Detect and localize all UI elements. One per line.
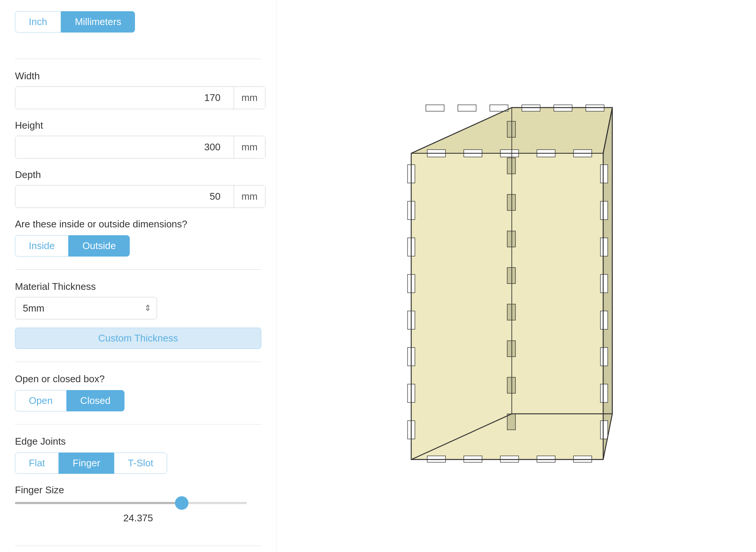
- slider-track: [15, 502, 247, 504]
- slider-fill: [15, 502, 182, 504]
- depth-label: Depth: [15, 169, 261, 181]
- svg-rect-32: [507, 158, 516, 174]
- svg-rect-29: [554, 105, 572, 111]
- right-panel: [277, 0, 756, 552]
- height-label: Height: [15, 120, 261, 131]
- inside-button[interactable]: Inside: [15, 235, 68, 257]
- dimension-type-question: Are these inside or outside dimensions?: [15, 218, 261, 230]
- depth-input[interactable]: [15, 185, 234, 208]
- material-select[interactable]: 3mm 4mm 5mm 6mm 9mm 12mm Custom: [15, 297, 157, 319]
- svg-rect-37: [507, 341, 516, 357]
- unit-toggle: Inch Millimeters: [15, 11, 261, 33]
- depth-field-group: mm: [15, 185, 265, 208]
- height-input[interactable]: [15, 136, 234, 158]
- svg-rect-38: [507, 377, 516, 393]
- depth-unit: mm: [234, 185, 265, 208]
- outside-button[interactable]: Outside: [68, 235, 130, 257]
- left-panel: Inch Millimeters Width mm Height mm Dept…: [0, 0, 277, 552]
- box-3d-visualization: [348, 94, 685, 505]
- svg-rect-34: [507, 231, 516, 247]
- tslot-button[interactable]: T-Slot: [114, 453, 167, 474]
- open-button[interactable]: Open: [15, 390, 67, 411]
- box-type-toggle: Open Closed: [15, 390, 261, 411]
- width-input[interactable]: [15, 87, 234, 109]
- box-type-question: Open or closed box?: [15, 373, 261, 385]
- svg-rect-36: [507, 304, 516, 320]
- divider-2: [15, 269, 261, 270]
- divider-4: [15, 424, 261, 424]
- dimension-type-toggle: Inside Outside: [15, 235, 261, 257]
- height-field-group: mm: [15, 136, 265, 159]
- svg-rect-28: [522, 105, 540, 111]
- material-select-wrapper: 3mm 4mm 5mm 6mm 9mm 12mm Custom ⇕: [15, 297, 157, 319]
- finger-size-label: Finger Size: [15, 484, 261, 496]
- divider-1: [15, 59, 261, 59]
- flat-button[interactable]: Flat: [15, 453, 59, 474]
- svg-rect-14: [600, 238, 608, 256]
- svg-rect-25: [426, 105, 444, 111]
- divider-3: [15, 362, 261, 362]
- width-unit: mm: [234, 87, 265, 109]
- edge-joints-label: Edge Joints: [15, 436, 261, 447]
- svg-rect-33: [507, 194, 516, 211]
- height-unit: mm: [234, 136, 265, 158]
- divider-5: [15, 546, 261, 546]
- inch-button[interactable]: Inch: [15, 11, 61, 33]
- svg-rect-13: [600, 201, 608, 220]
- finger-size-value: 24.375: [15, 512, 261, 524]
- svg-rect-39: [507, 414, 516, 430]
- width-label: Width: [15, 70, 261, 82]
- material-label: Material Thickness: [15, 281, 261, 292]
- closed-button[interactable]: Closed: [67, 390, 125, 411]
- svg-rect-17: [600, 347, 608, 366]
- edge-joints-toggle: Flat Finger T-Slot: [15, 453, 261, 474]
- svg-rect-12: [600, 165, 608, 183]
- slider-thumb[interactable]: [175, 496, 188, 510]
- svg-rect-16: [600, 311, 608, 329]
- mm-button[interactable]: Millimeters: [61, 11, 135, 33]
- finger-size-slider-container: [15, 502, 247, 508]
- svg-rect-15: [600, 275, 608, 293]
- custom-thickness-button[interactable]: Custom Thickness: [15, 328, 261, 349]
- svg-rect-26: [458, 105, 476, 111]
- finger-button[interactable]: Finger: [59, 453, 114, 474]
- svg-rect-30: [586, 105, 604, 111]
- svg-rect-35: [507, 267, 516, 283]
- svg-rect-19: [600, 421, 608, 439]
- svg-rect-18: [600, 384, 608, 402]
- width-field-group: mm: [15, 86, 265, 109]
- svg-rect-31: [507, 121, 516, 137]
